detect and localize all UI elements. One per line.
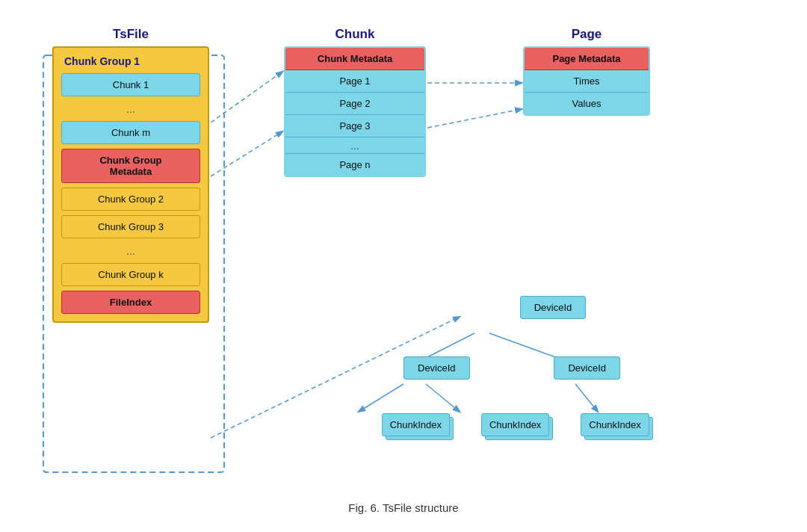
svg-line-8 xyxy=(359,384,404,412)
chunk-index-front-2: ChunkIndex xyxy=(481,413,549,436)
values-cell: Values xyxy=(525,93,649,114)
chunk-group-3-cell: Chunk Group 3 xyxy=(61,215,200,238)
times-cell: Times xyxy=(525,70,649,93)
tree-root-container: DeviceId DeviceId DeviceId ChunkIndex Ch… xyxy=(433,296,672,451)
page-2-cell: Page 2 xyxy=(285,93,424,115)
svg-line-4 xyxy=(427,109,522,128)
chunk-group-2-cell: Chunk Group 2 xyxy=(61,188,200,211)
chunk-dots: ... xyxy=(285,137,424,154)
tree-root-node: DeviceId xyxy=(520,296,587,319)
chunk-index-stack-1: ChunkIndex ChunkIndex xyxy=(386,413,461,451)
page-3-cell: Page 3 xyxy=(285,115,424,137)
tsfile-section: TsFile Chunk Group 1 Chunk 1 ... Chunk m… xyxy=(52,27,209,323)
svg-line-2 xyxy=(211,132,282,176)
chunk-index-front-1: ChunkIndex xyxy=(382,413,450,436)
chunk-m-cell: Chunk m xyxy=(61,121,200,144)
page-metadata-cell: Page Metadata xyxy=(525,48,649,70)
file-index-cell: FileIndex xyxy=(61,291,200,314)
page-n-cell: Page n xyxy=(285,154,424,176)
tsfile-dots1: ... xyxy=(61,101,200,117)
chunk-label: Chunk xyxy=(284,27,426,42)
svg-line-1 xyxy=(211,72,282,123)
chunk-section: Chunk Chunk Metadata Page 1 Page 2 Page … xyxy=(284,27,426,177)
page-section: Page Page Metadata Times Values xyxy=(523,27,650,116)
tsfile-label: TsFile xyxy=(52,27,209,42)
chunk-index-front-3: ChunkIndex xyxy=(581,413,649,436)
chunk-group-metadata-cell: Chunk GroupMetadata xyxy=(61,149,200,183)
tsfile-dots2: ... xyxy=(61,243,200,259)
caption: Fig. 6. TsFile structure xyxy=(30,501,777,514)
tree-left-child: DeviceId xyxy=(404,356,470,380)
page-1-cell: Page 1 xyxy=(285,70,424,93)
tsfile-box: Chunk Group 1 Chunk 1 ... Chunk m Chunk … xyxy=(52,46,209,323)
chunk-box: Chunk Metadata Page 1 Page 2 Page 3 ... … xyxy=(284,46,426,177)
chunk-index-stack-3: ChunkIndex ChunkIndex xyxy=(585,413,660,451)
page-box: Page Metadata Times Values xyxy=(523,46,650,116)
chunk-group-1-label: Chunk Group 1 xyxy=(61,55,200,67)
chunk-group-k-cell: Chunk Group k xyxy=(61,263,200,286)
chunk-metadata-cell: Chunk Metadata xyxy=(285,48,424,70)
tree-right-child: DeviceId xyxy=(554,356,620,380)
chunk-1-cell: Chunk 1 xyxy=(61,73,200,96)
chunk-index-stack-2: ChunkIndex ChunkIndex xyxy=(486,413,560,451)
page-label: Page xyxy=(523,27,650,42)
